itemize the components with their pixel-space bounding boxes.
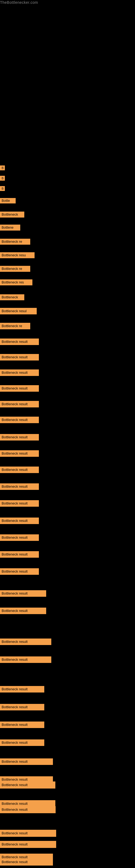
- bottleneck-result-item[interactable]: Bottleneck result: [0, 639, 51, 645]
- bottleneck-result-item[interactable]: Bottleneck result: [0, 551, 39, 558]
- bottleneck-result-item[interactable]: Bottleneck result: [0, 568, 39, 575]
- bottleneck-result-item[interactable]: Bottleneck resul: [0, 308, 37, 314]
- bottleneck-result-item[interactable]: Bottleneck result: [0, 450, 39, 457]
- bottleneck-result-item[interactable]: Bottlene: [0, 225, 20, 230]
- bottleneck-result-item[interactable]: Bottleneck result: [0, 608, 46, 614]
- site-title: TheBottlenecker.com: [0, 0, 38, 5]
- bottleneck-result-item[interactable]: Bottleneck result: [0, 704, 44, 710]
- bottleneck-result-item[interactable]: Bottleneck result: [0, 369, 39, 376]
- bottleneck-result-item[interactable]: Bottleneck result: [0, 518, 39, 524]
- bottleneck-result-item[interactable]: Bottleneck result: [0, 656, 51, 663]
- bottleneck-result-item[interactable]: Bottleneck result: [0, 758, 53, 765]
- bottleneck-result-item[interactable]: Bottleneck result: [0, 500, 39, 507]
- bottleneck-result-item[interactable]: Bottleneck res: [0, 279, 32, 285]
- bottleneck-result-item[interactable]: Bottleneck result: [0, 721, 44, 728]
- bottleneck-result-item[interactable]: Bottleneck: [0, 212, 24, 218]
- bottleneck-result-item[interactable]: Bottleneck result: [0, 739, 44, 746]
- bottleneck-result-item[interactable]: Bottleneck result: [0, 484, 39, 490]
- bottleneck-result-item[interactable]: Bottleneck result: [0, 416, 39, 423]
- bottleneck-result-item[interactable]: Bottleneck re: [0, 323, 30, 329]
- bottleneck-result-item[interactable]: Bottleneck resu: [0, 252, 35, 258]
- bottleneck-result-item[interactable]: Bottleneck result: [0, 534, 39, 541]
- bottleneck-result-item[interactable]: Bottleneck result: [0, 806, 56, 813]
- bottleneck-result-item[interactable]: Bottleneck result: [0, 590, 46, 597]
- bottleneck-result-item[interactable]: Bottleneck result: [0, 841, 56, 848]
- bottleneck-result-item[interactable]: Bottleneck re: [0, 266, 30, 272]
- bottleneck-result-item[interactable]: B: [0, 165, 5, 170]
- bottleneck-result-item[interactable]: Bottleneck re: [0, 239, 30, 245]
- bottleneck-result-item[interactable]: Bottleneck result: [0, 434, 39, 440]
- bottleneck-result-item[interactable]: B: [0, 176, 5, 181]
- bottleneck-result-item[interactable]: Bottle: [0, 198, 16, 204]
- bottleneck-result-item[interactable]: Bottleneck result: [0, 830, 56, 837]
- bottleneck-result-item[interactable]: Bottleneck result: [0, 467, 39, 473]
- bottleneck-result-item[interactable]: Bottleneck result: [0, 686, 44, 692]
- bottleneck-result-item[interactable]: Bottleneck result: [0, 401, 39, 407]
- bottleneck-result-item[interactable]: Bottleneck result: [0, 781, 55, 788]
- bottleneck-result-item[interactable]: Bottleneck result: [0, 385, 39, 392]
- bottleneck-result-item[interactable]: Bottleneck result: [0, 339, 39, 345]
- bottleneck-result-item[interactable]: Bottleneck result: [0, 354, 39, 361]
- bottleneck-result-item[interactable]: Bottleneck: [0, 294, 24, 300]
- bottleneck-result-item[interactable]: B: [0, 186, 5, 191]
- bottleneck-result-item[interactable]: Bottleneck result: [0, 859, 53, 866]
